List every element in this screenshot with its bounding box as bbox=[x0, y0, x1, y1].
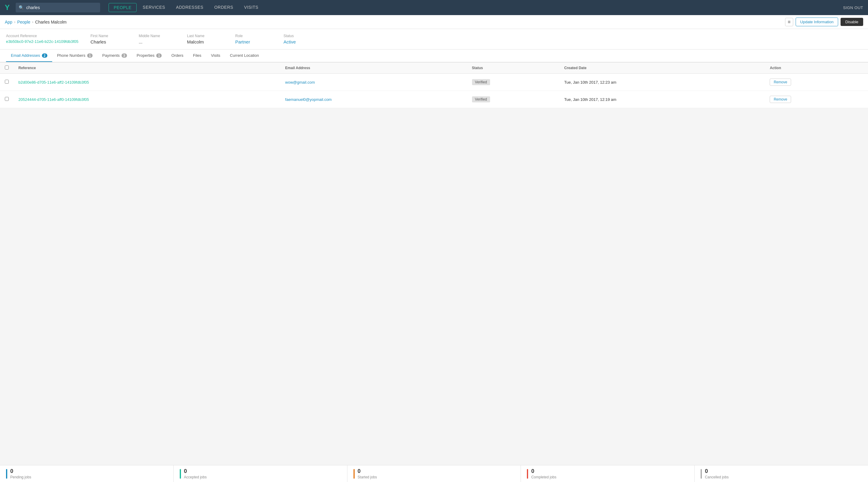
nav-tab-services[interactable]: SERVICES bbox=[138, 3, 170, 12]
row-action-1: Remove bbox=[765, 74, 868, 91]
column-action: Action bbox=[765, 62, 868, 74]
tab-properties[interactable]: Properties 1 bbox=[132, 50, 166, 62]
breadcrumb-bar: App › People › Charles Malcolm ≡ Update … bbox=[0, 15, 868, 29]
main-content: Reference Email Address Status Created D… bbox=[0, 62, 868, 125]
first-name-label: First Name bbox=[91, 34, 127, 38]
breadcrumb-people[interactable]: People bbox=[17, 20, 30, 25]
tab-current-location[interactable]: Current Location bbox=[225, 50, 264, 62]
column-created-date: Created Date bbox=[559, 62, 765, 74]
email-table: Reference Email Address Status Created D… bbox=[0, 62, 868, 108]
email-table-container: Reference Email Address Status Created D… bbox=[0, 62, 868, 108]
tab-phone-numbers[interactable]: Phone Numbers 1 bbox=[52, 50, 97, 62]
search-icon: 🔍 bbox=[19, 5, 24, 10]
remove-button-1[interactable]: Remove bbox=[770, 79, 791, 86]
tab-payments-badge: 3 bbox=[122, 53, 127, 58]
account-reference-field: Account Reference e3b50bc0-97e2-11e6-b22… bbox=[6, 34, 79, 44]
column-reference: Reference bbox=[13, 62, 280, 74]
tab-email-addresses[interactable]: Email Addresses 2 bbox=[6, 50, 52, 62]
tab-location-label: Current Location bbox=[230, 53, 259, 58]
tab-files-label: Files bbox=[193, 53, 201, 58]
tab-properties-badge: 1 bbox=[156, 53, 162, 58]
email-value-2: faemanuel0@yopmail.com bbox=[285, 97, 332, 102]
remove-button-2[interactable]: Remove bbox=[770, 96, 791, 103]
search-input[interactable] bbox=[26, 5, 97, 10]
breadcrumb-actions: ≡ Update Information Disable bbox=[785, 18, 863, 26]
middle-name-field: Middle Name ... bbox=[139, 34, 175, 45]
breadcrumb-app[interactable]: App bbox=[5, 20, 12, 25]
update-information-button[interactable]: Update Information bbox=[796, 18, 838, 26]
nav-tabs: PEOPLE SERVICES ADDRESSES ORDERS VISITS bbox=[108, 3, 263, 12]
tab-phone-badge: 1 bbox=[87, 53, 93, 58]
table-row: b2d00e86-d705-11e6-aff2-14109fdb3f05 wow… bbox=[0, 74, 868, 91]
role-field: Role Partner bbox=[235, 34, 272, 45]
breadcrumb: App › People › Charles Malcolm bbox=[5, 20, 785, 25]
tab-visits-label: Visits bbox=[211, 53, 220, 58]
status-field: Status Active bbox=[283, 34, 320, 45]
top-navigation: Y 🔍 PEOPLE SERVICES ADDRESSES ORDERS VIS… bbox=[0, 0, 868, 15]
column-email: Email Address bbox=[280, 62, 467, 74]
row-checkbox-cell-2 bbox=[0, 91, 13, 108]
app-logo: Y bbox=[5, 3, 10, 12]
disable-button[interactable]: Disable bbox=[841, 18, 863, 26]
status-value: Active bbox=[283, 39, 320, 45]
column-checkbox bbox=[0, 62, 13, 74]
row-checkbox-2[interactable] bbox=[5, 97, 9, 101]
tab-payments[interactable]: Payments 3 bbox=[97, 50, 132, 62]
tab-email-badge: 2 bbox=[42, 53, 48, 58]
email-value-1: wow@gmail.com bbox=[285, 80, 315, 85]
breadcrumb-sep-1: › bbox=[14, 20, 16, 24]
tab-visits[interactable]: Visits bbox=[206, 50, 225, 62]
select-all-checkbox[interactable] bbox=[5, 65, 9, 69]
last-name-field: Last Name Malcolm bbox=[187, 34, 223, 45]
row-checkbox-cell bbox=[0, 74, 13, 91]
row-checkbox-1[interactable] bbox=[5, 80, 9, 84]
first-name-field: First Name Charles bbox=[91, 34, 127, 45]
reference-link-1[interactable]: b2d00e86-d705-11e6-aff2-14109fdb3f05 bbox=[19, 80, 89, 85]
status-badge-2: Verified bbox=[472, 96, 490, 103]
status-badge-1: Verified bbox=[472, 79, 490, 85]
middle-name-value: ... bbox=[139, 39, 175, 45]
first-name-value: Charles bbox=[91, 39, 127, 45]
nav-tab-people[interactable]: PEOPLE bbox=[108, 3, 136, 12]
last-name-label: Last Name bbox=[187, 34, 223, 38]
nav-tab-addresses[interactable]: ADDRESSES bbox=[171, 3, 208, 12]
column-status: Status bbox=[467, 62, 559, 74]
status-label: Status bbox=[283, 34, 320, 38]
nav-right: SIGN OUT bbox=[843, 5, 863, 10]
person-info: Account Reference e3b50bc0-97e2-11e6-b22… bbox=[0, 29, 868, 50]
row-email-1: wow@gmail.com bbox=[280, 74, 467, 91]
row-reference-2: 20524444-d705-11e6-aff0-14109fdb3f05 bbox=[13, 91, 280, 108]
last-name-value: Malcolm bbox=[187, 39, 223, 45]
tab-files[interactable]: Files bbox=[188, 50, 206, 62]
nav-tab-orders[interactable]: ORDERS bbox=[209, 3, 238, 12]
sign-out-button[interactable]: SIGN OUT bbox=[843, 5, 863, 10]
breadcrumb-current: Charles Malcolm bbox=[35, 20, 67, 25]
row-email-2: faemanuel0@yopmail.com bbox=[280, 91, 467, 108]
account-reference-label: Account Reference bbox=[6, 34, 79, 38]
tab-orders[interactable]: Orders bbox=[166, 50, 188, 62]
tab-phone-label: Phone Numbers bbox=[57, 53, 85, 58]
nav-tab-visits[interactable]: VISITS bbox=[239, 3, 263, 12]
row-status-2: Verified bbox=[467, 91, 559, 108]
menu-button[interactable]: ≡ bbox=[785, 18, 793, 26]
reference-link-2[interactable]: 20524444-d705-11e6-aff0-14109fdb3f05 bbox=[19, 97, 89, 102]
tab-email-label: Email Addresses bbox=[11, 53, 40, 58]
tab-orders-label: Orders bbox=[171, 53, 183, 58]
row-status-1: Verified bbox=[467, 74, 559, 91]
tab-properties-label: Properties bbox=[136, 53, 154, 58]
row-action-2: Remove bbox=[765, 91, 868, 108]
table-row: 20524444-d705-11e6-aff0-14109fdb3f05 fae… bbox=[0, 91, 868, 108]
row-reference-1: b2d00e86-d705-11e6-aff2-14109fdb3f05 bbox=[13, 74, 280, 91]
search-bar[interactable]: 🔍 bbox=[16, 3, 100, 12]
breadcrumb-sep-2: › bbox=[32, 20, 33, 24]
role-label: Role bbox=[235, 34, 272, 38]
tab-payments-label: Payments bbox=[102, 53, 120, 58]
account-reference-value[interactable]: e3b50bc0-97e2-11e6-b22c-14109fdb3f05 bbox=[6, 39, 79, 44]
row-date-1: Tue, Jan 10th 2017, 12:23 am bbox=[559, 74, 765, 91]
tab-bar: Email Addresses 2 Phone Numbers 1 Paymen… bbox=[0, 50, 868, 62]
role-value[interactable]: Partner bbox=[235, 39, 272, 45]
row-date-2: Tue, Jan 10th 2017, 12:19 am bbox=[559, 91, 765, 108]
middle-name-label: Middle Name bbox=[139, 34, 175, 38]
